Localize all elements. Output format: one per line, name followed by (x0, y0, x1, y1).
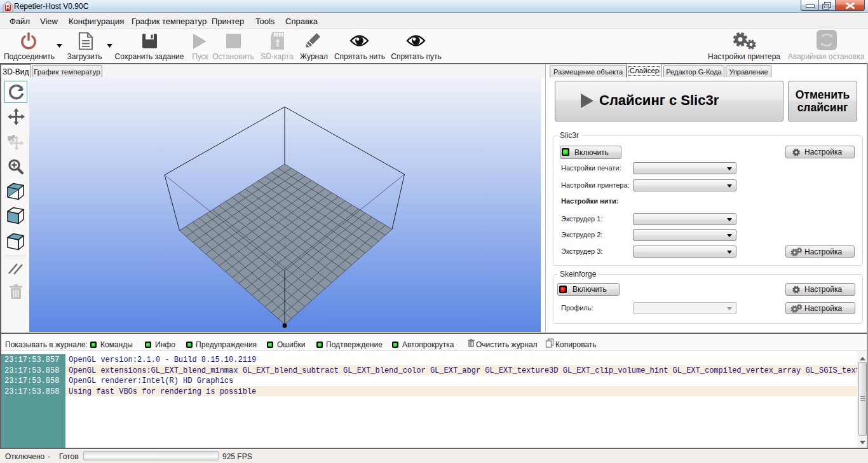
svg-text:R: R (6, 3, 11, 11)
